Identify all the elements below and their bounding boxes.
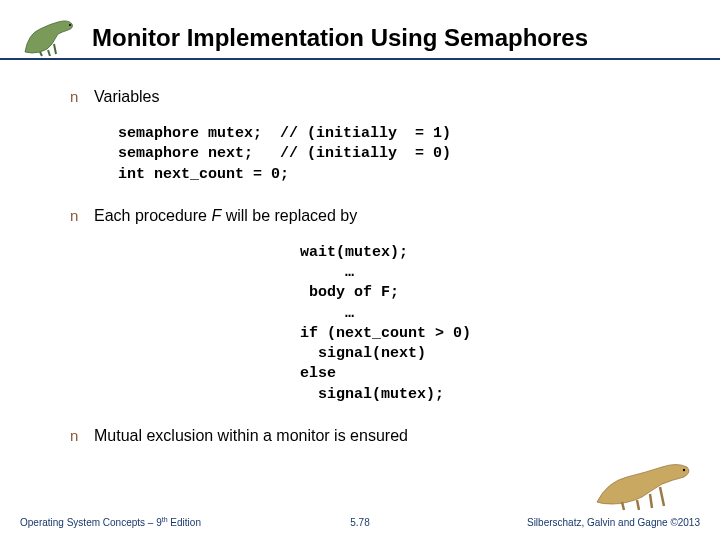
slide-content: n Variables semaphore mutex; // (initial…	[0, 60, 720, 445]
dinosaur-left-icon	[20, 14, 80, 58]
slide-footer: Operating System Concepts – 9th Edition …	[0, 516, 720, 528]
footer-left: Operating System Concepts – 9th Edition	[20, 516, 201, 528]
code-block-procedure: wait(mutex); … body of F; … if (next_cou…	[70, 243, 670, 405]
slide-number: 5.78	[350, 517, 369, 528]
bullet-marker-icon: n	[70, 88, 94, 105]
procedure-variable: F	[211, 207, 221, 224]
footer-text: Operating System Concepts – 9	[20, 517, 162, 528]
bullet-text: Mutual exclusion within a monitor is ens…	[94, 427, 408, 445]
bullet-variables: n Variables	[70, 88, 670, 106]
text-fragment: Each procedure	[94, 207, 211, 224]
slide-header: Monitor Implementation Using Semaphores	[0, 0, 720, 60]
svg-point-0	[69, 24, 71, 26]
footer-copyright: Silberschatz, Galvin and Gagne ©2013	[527, 517, 700, 528]
svg-point-1	[683, 469, 685, 471]
bullet-mutual-exclusion: n Mutual exclusion within a monitor is e…	[70, 427, 670, 445]
text-fragment: will be replaced by	[221, 207, 357, 224]
bullet-text: Variables	[94, 88, 160, 106]
slide-title: Monitor Implementation Using Semaphores	[92, 24, 588, 58]
bullet-text: Each procedure F will be replaced by	[94, 207, 357, 225]
code-block-variables: semaphore mutex; // (initially = 1) sema…	[118, 124, 670, 185]
bullet-marker-icon: n	[70, 427, 94, 444]
bullet-marker-icon: n	[70, 207, 94, 224]
dinosaur-right-icon	[592, 452, 702, 512]
footer-text: Edition	[168, 517, 201, 528]
bullet-procedure: n Each procedure F will be replaced by	[70, 207, 670, 225]
